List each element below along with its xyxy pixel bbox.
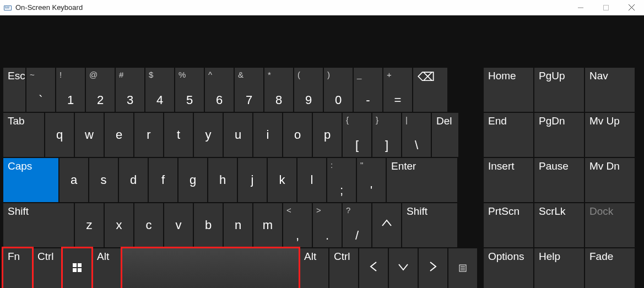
- close-button[interactable]: [619, 0, 644, 15]
- svg-rect-13: [78, 268, 82, 272]
- key-dock[interactable]: Dock: [585, 203, 635, 247]
- key-d[interactable]: d: [119, 158, 148, 202]
- maximize-button[interactable]: [593, 0, 619, 15]
- key-x[interactable]: x: [105, 203, 133, 247]
- key-7[interactable]: &7: [235, 68, 263, 112]
- key-3[interactable]: #3: [116, 68, 144, 112]
- key-backtick[interactable]: ~`: [26, 68, 55, 112]
- key-fade[interactable]: Fade: [585, 248, 635, 288]
- key-o[interactable]: o: [283, 113, 312, 157]
- key-slash[interactable]: ?/: [343, 203, 371, 247]
- minimize-button[interactable]: [568, 0, 593, 15]
- key-arrow-down[interactable]: [389, 248, 418, 288]
- key-t[interactable]: t: [164, 113, 193, 157]
- window-title: On-Screen Keyboard: [15, 3, 83, 12]
- key-shift-right[interactable]: Shift: [402, 203, 457, 247]
- key-4[interactable]: $4: [145, 68, 174, 112]
- key-period[interactable]: >.: [313, 203, 342, 247]
- key-bracket-left[interactable]: {[: [343, 113, 371, 157]
- key-fn[interactable]: Fn: [3, 248, 32, 288]
- key-q[interactable]: q: [45, 113, 74, 157]
- key-ctrl-left[interactable]: Ctrl: [33, 248, 62, 288]
- svg-rect-12: [73, 268, 77, 272]
- key-alt-left[interactable]: Alt: [93, 248, 121, 288]
- key-z[interactable]: z: [75, 203, 104, 247]
- key-ctrl-right[interactable]: Ctrl: [329, 248, 358, 288]
- key-backslash[interactable]: |\: [402, 113, 431, 157]
- key-l[interactable]: l: [297, 158, 326, 202]
- svg-rect-5: [5, 8, 9, 8]
- svg-rect-4: [8, 7, 9, 7]
- key-i[interactable]: i: [253, 113, 282, 157]
- key-a[interactable]: a: [59, 158, 88, 202]
- key-shift-left[interactable]: Shift: [3, 203, 74, 247]
- backspace-icon: ⌫: [418, 70, 435, 84]
- key-8[interactable]: *8: [264, 68, 293, 112]
- key-s[interactable]: s: [89, 158, 118, 202]
- key-tab[interactable]: Tab: [3, 113, 44, 157]
- key-bracket-right[interactable]: }]: [372, 113, 401, 157]
- key-arrow-left[interactable]: [359, 248, 388, 288]
- key-insert[interactable]: Insert: [484, 158, 533, 202]
- app-icon: [3, 3, 12, 12]
- key-b[interactable]: b: [194, 203, 223, 247]
- key-g[interactable]: g: [178, 158, 207, 202]
- key-caps[interactable]: Caps: [3, 158, 58, 202]
- key-0[interactable]: )0: [324, 68, 353, 112]
- key-k[interactable]: k: [268, 158, 296, 202]
- key-options[interactable]: Options: [484, 248, 533, 288]
- key-2[interactable]: @2: [86, 68, 115, 112]
- key-f[interactable]: f: [149, 158, 177, 202]
- svg-rect-2: [5, 7, 6, 7]
- key-mvdn[interactable]: Mv Dn: [585, 158, 635, 202]
- key-9[interactable]: (9: [294, 68, 323, 112]
- key-u[interactable]: u: [224, 113, 252, 157]
- key-w[interactable]: w: [75, 113, 104, 157]
- key-minus[interactable]: _-: [354, 68, 382, 112]
- key-comma[interactable]: <,: [283, 203, 312, 247]
- key-m[interactable]: m: [253, 203, 282, 247]
- key-quote[interactable]: "': [357, 158, 386, 202]
- key-5[interactable]: %5: [175, 68, 204, 112]
- key-6[interactable]: ^6: [205, 68, 234, 112]
- key-pause[interactable]: Pause: [534, 158, 584, 202]
- key-scrlk[interactable]: ScrLk: [534, 203, 584, 247]
- svg-rect-3: [7, 7, 8, 7]
- keyboard: Esc ~` !1 @2 #3 $4 %5 ^6 &7 *8 (9 )0 _- …: [0, 15, 644, 288]
- titlebar: On-Screen Keyboard: [0, 0, 644, 15]
- key-r[interactable]: r: [134, 113, 163, 157]
- key-home[interactable]: Home: [484, 68, 533, 112]
- key-semicolon[interactable]: :;: [327, 158, 356, 202]
- key-n[interactable]: n: [224, 203, 252, 247]
- key-j[interactable]: j: [238, 158, 267, 202]
- key-space[interactable]: [122, 248, 299, 288]
- key-esc[interactable]: Esc: [3, 68, 25, 112]
- key-c[interactable]: c: [134, 203, 163, 247]
- key-pgup[interactable]: PgUp: [534, 68, 584, 112]
- key-menu[interactable]: [448, 248, 477, 288]
- key-windows[interactable]: [63, 248, 91, 288]
- key-end[interactable]: End: [484, 113, 533, 157]
- arrow-right-icon: [428, 261, 438, 275]
- key-help[interactable]: Help: [534, 248, 584, 288]
- key-nav[interactable]: Nav: [585, 68, 635, 112]
- key-backspace[interactable]: ⌫: [413, 68, 447, 112]
- key-p[interactable]: p: [313, 113, 342, 157]
- key-arrow-right[interactable]: [419, 248, 447, 288]
- key-pgdn[interactable]: PgDn: [534, 113, 584, 157]
- key-alt-right[interactable]: Alt: [300, 248, 328, 288]
- arrow-up-icon: [381, 218, 392, 232]
- svg-rect-10: [73, 263, 77, 267]
- key-arrow-up[interactable]: [372, 203, 401, 247]
- key-del[interactable]: Del: [432, 113, 458, 157]
- key-v[interactable]: v: [164, 203, 193, 247]
- key-prtscn[interactable]: PrtScn: [484, 203, 533, 247]
- key-mvup[interactable]: Mv Up: [585, 113, 635, 157]
- key-1[interactable]: !1: [56, 68, 85, 112]
- key-enter[interactable]: Enter: [387, 158, 457, 202]
- key-y[interactable]: y: [194, 113, 223, 157]
- arrow-left-icon: [369, 261, 378, 275]
- key-equals[interactable]: +=: [383, 68, 412, 112]
- key-h[interactable]: h: [208, 158, 237, 202]
- key-e[interactable]: e: [105, 113, 133, 157]
